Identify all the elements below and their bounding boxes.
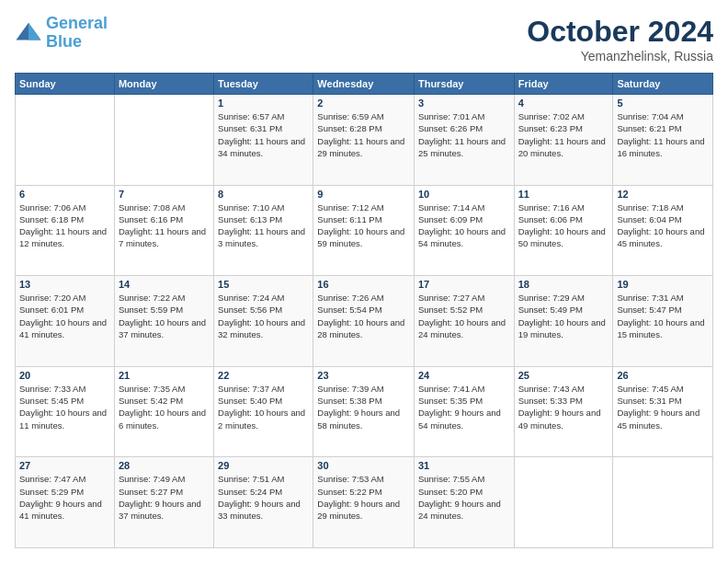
- sunset-text: Sunset: 5:59 PM: [119, 304, 183, 315]
- col-monday: Monday: [114, 74, 213, 95]
- sunrise-text: Sunrise: 7:45 AM: [617, 384, 683, 394]
- day-info: Sunrise: 7:16 AM Sunset: 6:06 PM Dayligh…: [518, 201, 609, 250]
- table-row: [114, 95, 213, 186]
- col-thursday: Thursday: [414, 74, 514, 95]
- table-row: 19 Sunrise: 7:31 AM Sunset: 5:47 PM Dayl…: [613, 276, 713, 367]
- day-info: Sunrise: 7:10 AM Sunset: 6:13 PM Dayligh…: [218, 201, 309, 250]
- sunrise-text: Sunrise: 7:12 AM: [317, 202, 383, 213]
- calendar-week-row: 6 Sunrise: 7:06 AM Sunset: 6:18 PM Dayli…: [16, 185, 713, 276]
- day-info: Sunrise: 7:29 AM Sunset: 5:49 PM Dayligh…: [518, 292, 609, 340]
- table-row: 27 Sunrise: 7:47 AM Sunset: 5:29 PM Dayl…: [16, 457, 115, 548]
- daylight-text: Daylight: 11 hours and 25 minutes.: [418, 136, 506, 158]
- sunset-text: Sunset: 5:56 PM: [218, 304, 282, 315]
- day-info: Sunrise: 7:53 AM Sunset: 5:22 PM Dayligh…: [317, 473, 410, 522]
- svg-marker-1: [28, 23, 41, 40]
- sunrise-text: Sunrise: 7:29 AM: [518, 293, 585, 303]
- col-saturday: Saturday: [613, 74, 713, 95]
- sunset-text: Sunset: 5:22 PM: [317, 487, 381, 497]
- calendar-header-row: Sunday Monday Tuesday Wednesday Thursday…: [16, 74, 713, 95]
- day-number: 5: [617, 98, 709, 109]
- table-row: 20 Sunrise: 7:33 AM Sunset: 5:45 PM Dayl…: [16, 366, 115, 457]
- day-info: Sunrise: 7:49 AM Sunset: 5:27 PM Dayligh…: [119, 473, 210, 522]
- sunset-text: Sunset: 6:09 PM: [418, 214, 483, 224]
- sunrise-text: Sunrise: 6:59 AM: [317, 111, 383, 121]
- day-info: Sunrise: 7:08 AM Sunset: 6:16 PM Dayligh…: [119, 201, 210, 250]
- sunset-text: Sunset: 6:21 PM: [617, 123, 681, 133]
- daylight-text: Daylight: 11 hours and 34 minutes.: [218, 136, 305, 158]
- table-row: 15 Sunrise: 7:24 AM Sunset: 5:56 PM Dayl…: [214, 276, 313, 367]
- table-row: 18 Sunrise: 7:29 AM Sunset: 5:49 PM Dayl…: [514, 276, 613, 367]
- day-number: 8: [218, 189, 309, 200]
- day-number: 31: [418, 460, 510, 471]
- day-number: 28: [119, 460, 210, 471]
- day-info: Sunrise: 7:01 AM Sunset: 6:26 PM Dayligh…: [418, 110, 510, 159]
- sunrise-text: Sunrise: 7:01 AM: [418, 111, 484, 121]
- day-number: 16: [317, 279, 410, 290]
- sunset-text: Sunset: 5:54 PM: [317, 304, 381, 315]
- logo: General Blue: [15, 15, 108, 52]
- col-sunday: Sunday: [16, 74, 115, 95]
- day-info: Sunrise: 6:57 AM Sunset: 6:31 PM Dayligh…: [218, 110, 309, 159]
- day-info: Sunrise: 7:51 AM Sunset: 5:24 PM Dayligh…: [218, 473, 309, 522]
- sunrise-text: Sunrise: 7:08 AM: [119, 202, 185, 213]
- sunset-text: Sunset: 5:52 PM: [418, 304, 483, 315]
- sunrise-text: Sunrise: 7:31 AM: [617, 293, 683, 303]
- day-info: Sunrise: 7:45 AM Sunset: 5:31 PM Dayligh…: [617, 383, 709, 431]
- day-number: 4: [518, 98, 609, 109]
- header: General Blue October 2024 Yemanzhelinsk,…: [15, 15, 713, 63]
- day-info: Sunrise: 7:06 AM Sunset: 6:18 PM Dayligh…: [19, 201, 110, 250]
- daylight-text: Daylight: 11 hours and 7 minutes.: [119, 226, 206, 248]
- daylight-text: Daylight: 9 hours and 37 minutes.: [119, 499, 201, 521]
- sunset-text: Sunset: 5:35 PM: [418, 396, 483, 406]
- daylight-text: Daylight: 10 hours and 19 minutes.: [518, 317, 606, 339]
- daylight-text: Daylight: 10 hours and 32 minutes.: [218, 317, 305, 339]
- table-row: 1 Sunrise: 6:57 AM Sunset: 6:31 PM Dayli…: [214, 95, 313, 186]
- calendar-week-row: 13 Sunrise: 7:20 AM Sunset: 6:01 PM Dayl…: [16, 276, 713, 367]
- col-tuesday: Tuesday: [214, 74, 313, 95]
- sunrise-text: Sunrise: 7:04 AM: [617, 111, 683, 121]
- sunset-text: Sunset: 6:18 PM: [19, 214, 84, 224]
- sunrise-text: Sunrise: 7:53 AM: [317, 474, 383, 484]
- logo-icon: [15, 19, 42, 47]
- day-info: Sunrise: 7:24 AM Sunset: 5:56 PM Dayligh…: [218, 292, 309, 340]
- sunrise-text: Sunrise: 7:24 AM: [218, 293, 284, 303]
- day-number: 27: [19, 460, 110, 471]
- daylight-text: Daylight: 10 hours and 24 minutes.: [418, 317, 506, 339]
- table-row: 12 Sunrise: 7:18 AM Sunset: 6:04 PM Dayl…: [613, 185, 713, 276]
- day-number: 20: [19, 370, 110, 381]
- day-info: Sunrise: 7:14 AM Sunset: 6:09 PM Dayligh…: [418, 201, 510, 250]
- table-row: 30 Sunrise: 7:53 AM Sunset: 5:22 PM Dayl…: [313, 457, 415, 548]
- table-row: 10 Sunrise: 7:14 AM Sunset: 6:09 PM Dayl…: [414, 185, 514, 276]
- day-number: 14: [119, 279, 210, 290]
- sunset-text: Sunset: 5:31 PM: [617, 396, 681, 406]
- table-row: [514, 457, 613, 548]
- daylight-text: Daylight: 9 hours and 41 minutes.: [19, 499, 102, 521]
- sunset-text: Sunset: 6:16 PM: [119, 214, 183, 224]
- sunrise-text: Sunrise: 7:47 AM: [19, 474, 85, 484]
- sunset-text: Sunset: 6:04 PM: [617, 214, 681, 224]
- table-row: [16, 95, 115, 186]
- daylight-text: Daylight: 10 hours and 41 minutes.: [19, 317, 107, 339]
- day-number: 19: [617, 279, 709, 290]
- table-row: 22 Sunrise: 7:37 AM Sunset: 5:40 PM Dayl…: [214, 366, 313, 457]
- daylight-text: Daylight: 11 hours and 16 minutes.: [617, 136, 704, 158]
- sunset-text: Sunset: 6:11 PM: [317, 214, 381, 224]
- sunrise-text: Sunrise: 7:22 AM: [119, 293, 185, 303]
- day-info: Sunrise: 7:31 AM Sunset: 5:47 PM Dayligh…: [617, 292, 709, 340]
- sunrise-text: Sunrise: 7:14 AM: [418, 202, 484, 213]
- table-row: 8 Sunrise: 7:10 AM Sunset: 6:13 PM Dayli…: [214, 185, 313, 276]
- daylight-text: Daylight: 9 hours and 24 minutes.: [418, 499, 501, 521]
- day-number: 9: [317, 189, 410, 200]
- sunrise-text: Sunrise: 7:55 AM: [418, 474, 484, 484]
- day-info: Sunrise: 7:04 AM Sunset: 6:21 PM Dayligh…: [617, 110, 709, 159]
- daylight-text: Daylight: 10 hours and 45 minutes.: [617, 226, 704, 248]
- sunrise-text: Sunrise: 7:51 AM: [218, 474, 284, 484]
- sunrise-text: Sunrise: 6:57 AM: [218, 111, 284, 121]
- sunset-text: Sunset: 6:13 PM: [218, 214, 282, 224]
- table-row: 2 Sunrise: 6:59 AM Sunset: 6:28 PM Dayli…: [313, 95, 415, 186]
- day-info: Sunrise: 7:22 AM Sunset: 5:59 PM Dayligh…: [119, 292, 210, 340]
- sunrise-text: Sunrise: 7:20 AM: [19, 293, 85, 303]
- daylight-text: Daylight: 10 hours and 59 minutes.: [317, 226, 404, 248]
- table-row: 31 Sunrise: 7:55 AM Sunset: 5:20 PM Dayl…: [414, 457, 514, 548]
- table-row: 29 Sunrise: 7:51 AM Sunset: 5:24 PM Dayl…: [214, 457, 313, 548]
